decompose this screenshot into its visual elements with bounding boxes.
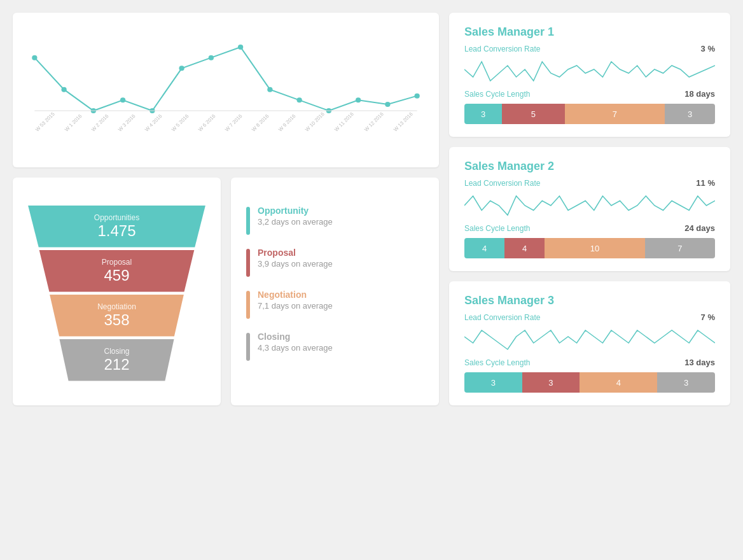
sparkline [464,59,715,84]
manager-name: Sales Manager 3 [464,294,715,307]
stacked-segment: 3 [464,104,502,124]
manager-card: Sales Manager 3 Lead Conversion Rate 7 %… [449,281,730,405]
stage-days: 3,2 days on average [258,217,333,227]
funnel-item-value: 459 [104,267,129,284]
stacked-segment: 4 [504,238,545,258]
sales-cycle-row: Sales Cycle Length 24 days [464,223,715,233]
stage-info: Opportunity 3,2 days on average [258,206,333,227]
lead-conversion-row: Lead Conversion Rate 7 % [464,312,715,322]
avg-sales-card: W 53 2015W 1 2016W 2 2016W 3 2016W 4 201… [13,13,439,167]
stacked-segment: 3 [665,104,715,124]
stacked-segment: 4 [464,238,504,258]
stage-name: Proposal [258,248,333,258]
stage-name: Negotiation [258,290,333,300]
stage-item: Proposal 3,9 days on average [246,248,424,277]
sales-cycle-label: Sales Cycle Length [464,224,530,233]
stacked-segment: 4 [580,372,657,393]
sales-funnel-card: Opportunities1.475Proposal459Negotiation… [13,178,221,406]
svg-point-1 [61,87,66,92]
manager-name: Sales Manager 2 [464,160,715,173]
stacked-segment: 10 [545,238,645,258]
stacked-bar: 4 4 10 7 [464,238,715,258]
funnel-container: Opportunities1.475Proposal459Negotiation… [28,206,205,381]
funnel-item-label: Proposal [102,258,132,267]
stage-info: Negotiation 7,1 days on average [258,290,333,311]
sparkline [464,193,715,218]
right-col: Sales Manager 1 Lead Conversion Rate 3 %… [449,13,730,405]
svg-point-5 [179,66,184,71]
funnel-item: Negotiation358 [37,295,197,337]
stage-bar [246,333,250,361]
funnel-item-value: 358 [104,311,129,329]
stage-bar [246,249,250,277]
avg-sales-chart: W 53 2015W 1 2016W 2 2016W 3 2016W 4 201… [28,41,424,143]
stacked-segment: 3 [522,372,580,393]
sparkline [464,327,715,353]
sales-cycle-value: 13 days [684,358,715,367]
sales-cycle-label: Sales Cycle Length [464,358,530,367]
sales-cycle-value: 24 days [684,223,715,233]
stacked-segment: 7 [645,238,715,258]
lead-conversion-value: 7 % [701,312,715,322]
dashboard: W 53 2015W 1 2016W 2 2016W 3 2016W 4 201… [13,13,730,405]
stacked-bar: 3 3 4 3 [464,372,715,393]
funnel-item: Proposal459 [32,250,201,292]
manager-card: Sales Manager 1 Lead Conversion Rate 3 %… [449,13,730,137]
stage-info: Proposal 3,9 days on average [258,248,333,269]
lead-conversion-value: 3 % [701,44,715,53]
svg-point-0 [32,55,37,60]
funnel-item-value: 1.475 [97,222,135,240]
stacked-segment: 5 [502,104,565,124]
lead-conversion-row: Lead Conversion Rate 3 % [464,44,715,53]
stage-days: 3,9 days on average [258,259,333,269]
stage-name: Opportunity [258,206,333,216]
sales-cycle-row: Sales Cycle Length 18 days [464,89,715,99]
funnel-item-label: Closing [104,347,129,356]
funnel-item-label: Opportunities [94,213,139,222]
svg-point-7 [238,45,243,50]
lead-conversion-row: Lead Conversion Rate 11 % [464,178,715,188]
stage-days: 4,3 days on average [258,343,333,353]
stages-card: Opportunity 3,2 days on average Proposal… [231,178,439,406]
sales-cycle-label: Sales Cycle Length [464,90,530,99]
svg-point-6 [209,55,214,60]
funnel-item-value: 212 [104,356,129,374]
stage-info: Closing 4,3 days on average [258,332,333,353]
lead-conversion-label: Lead Conversion Rate [464,313,540,322]
manager-card: Sales Manager 2 Lead Conversion Rate 11 … [449,147,730,271]
stage-item: Negotiation 7,1 days on average [246,290,424,319]
svg-point-11 [356,97,361,102]
stage-days: 7,1 days on average [258,301,333,311]
stage-name: Closing [258,332,333,342]
lead-conversion-label: Lead Conversion Rate [464,45,540,53]
svg-point-13 [414,94,419,99]
stage-item: Closing 4,3 days on average [246,332,424,361]
stage-items: Opportunity 3,2 days on average Proposal… [246,206,424,361]
stage-bar [246,291,250,319]
sales-cycle-value: 18 days [684,89,715,99]
lead-conversion-label: Lead Conversion Rate [464,179,540,188]
stacked-bar: 3 5 7 3 [464,104,715,124]
stacked-segment: 3 [657,372,715,393]
funnel-item: Opportunities1.475 [28,206,205,248]
stacked-segment: 7 [565,104,665,124]
lead-conversion-value: 11 % [696,178,715,188]
funnel-item: Closing212 [41,339,192,381]
stage-item: Opportunity 3,2 days on average [246,206,424,235]
stage-bar [246,207,250,235]
svg-point-8 [267,87,272,92]
svg-point-9 [296,97,302,102]
svg-point-3 [120,97,125,102]
stacked-segment: 3 [464,372,522,393]
sales-cycle-row: Sales Cycle Length 13 days [464,358,715,367]
svg-point-12 [385,102,390,107]
manager-name: Sales Manager 1 [464,25,715,39]
bottom-left: Opportunities1.475Proposal459Negotiation… [13,178,439,406]
funnel-item-label: Negotiation [97,302,136,311]
